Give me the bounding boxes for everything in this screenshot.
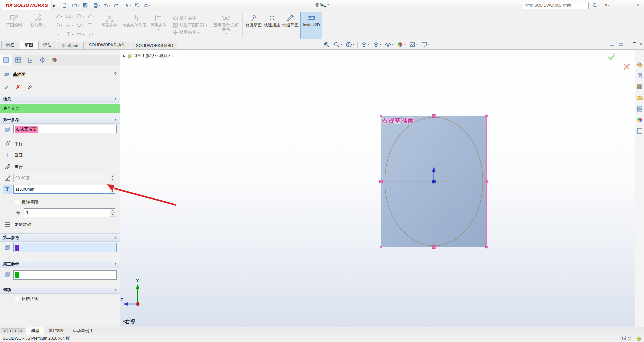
tab-motion-study[interactable]: 运动算例 1	[68, 327, 97, 335]
flip-offset-checkbox-row[interactable]: 反转等距	[15, 199, 38, 205]
sketch-spline-button[interactable]: ▾	[64, 21, 75, 30]
display-style-button[interactable]: ▾	[372, 41, 382, 49]
angle-button[interactable]	[3, 174, 12, 183]
sketch-button[interactable]: 草图绘制▾	[2, 12, 26, 39]
save-button[interactable]: ▾	[81, 2, 91, 9]
scroll-last-icon[interactable]: ▶|	[19, 328, 25, 333]
search-button[interactable]: ▾	[591, 2, 601, 9]
tab-model[interactable]: 模型	[26, 327, 44, 335]
section-header-third-reference[interactable]: 第三参考∧	[0, 260, 120, 268]
tab-evaluate[interactable]: 评估	[38, 41, 56, 49]
cancel-button[interactable]: ✗	[16, 84, 21, 91]
doc-close-button[interactable]: ×	[639, 41, 642, 46]
first-reference-selector-button[interactable]	[3, 125, 12, 134]
undo-button[interactable]: ▾	[102, 2, 112, 9]
select-tool-button[interactable]: ▾	[123, 2, 132, 9]
flip-offset-checkbox[interactable]	[15, 200, 19, 204]
tab-features[interactable]: 特征	[1, 41, 19, 49]
pane-layout-icon[interactable]	[618, 41, 624, 46]
pin-icon[interactable]	[27, 85, 32, 90]
move-entities-button[interactable]: 移动实体▾	[173, 29, 207, 35]
display-delete-relations-button[interactable]: 显示/删除几何关系▾	[211, 12, 241, 39]
view-orientation-button[interactable]: ▾	[360, 41, 370, 49]
doc-restore-button[interactable]	[633, 42, 636, 45]
third-reference-selector-button[interactable]	[3, 270, 12, 280]
smart-dimension-button[interactable]: 智能尺寸	[26, 12, 50, 39]
tab-mbd[interactable]: SOLIDWORKS MBD	[131, 42, 178, 49]
section-header-message[interactable]: 信息∧	[0, 95, 120, 103]
parallel-constraint-button[interactable]	[3, 139, 12, 148]
options-button[interactable]: ▾	[142, 2, 152, 9]
ok-button[interactable]: ✓	[4, 83, 10, 91]
file-explorer-button[interactable]	[636, 94, 643, 101]
linear-sketch-pattern-button[interactable]: 线性草图阵列▾	[173, 22, 207, 28]
sketch-rectangle-button[interactable]: ▾	[64, 12, 75, 21]
sketch-text-button[interactable]: ▾	[64, 30, 75, 39]
offset-entities-button[interactable]: 等距实体▾	[148, 12, 168, 39]
appearances-button[interactable]	[636, 116, 643, 124]
section-header-options[interactable]: 选项∧	[0, 286, 120, 294]
sketch-plane-button[interactable]	[86, 30, 96, 39]
redo-button[interactable]: ▾	[112, 2, 122, 9]
distance-spinner[interactable]: ▲▼	[110, 185, 115, 193]
help-search-input[interactable]	[525, 3, 586, 8]
display-manager-tab[interactable]	[36, 55, 48, 65]
sketch-fillet-button[interactable]: ▾	[86, 21, 96, 30]
minimize-button[interactable]: –	[613, 3, 621, 8]
feature-tree-flyout[interactable]: ▶ 零件1 (默认<<默认>_...	[123, 53, 176, 59]
maximize-button[interactable]	[623, 3, 632, 8]
configuration-manager-tab[interactable]	[12, 55, 24, 65]
close-button[interactable]: ×	[634, 3, 642, 8]
repair-sketch-button[interactable]: 修复草图	[244, 12, 263, 39]
edit-appearance-button[interactable]: ▾	[396, 41, 407, 49]
view-palette-button[interactable]	[636, 105, 643, 113]
tab-3d-views[interactable]: 3D 视图	[44, 327, 68, 335]
trim-entities-button[interactable]: 剪裁实体	[99, 12, 120, 39]
doc-minimize-button[interactable]: –	[627, 41, 629, 46]
scroll-left-icon[interactable]: ◀	[7, 328, 13, 333]
mid-plane-button[interactable]	[3, 220, 12, 229]
new-document-button[interactable]: ▾	[60, 2, 70, 9]
sketch-polygon-button[interactable]: ▾	[53, 21, 64, 30]
help-button[interactable]: ?▾	[603, 2, 611, 9]
instances-input[interactable]	[24, 209, 110, 217]
apply-scene-button[interactable]: ▾	[408, 41, 419, 49]
section-header-second-reference[interactable]: 第二参考∧	[0, 233, 120, 242]
rapid-sketch-button[interactable]: 快速草图	[281, 12, 300, 39]
section-view-button[interactable]: ▾	[344, 41, 355, 49]
tab-sketch[interactable]: 草图	[20, 41, 38, 49]
zoom-fit-button[interactable]	[322, 41, 331, 49]
property-manager-tab[interactable]	[0, 55, 12, 65]
sketch-line-button[interactable]: ▾	[53, 12, 64, 21]
mirror-entities-button[interactable]: 镜向实体	[173, 15, 207, 21]
offset-distance-input[interactable]	[14, 185, 110, 193]
flip-normal-checkbox[interactable]	[15, 297, 19, 301]
custom-properties-button[interactable]	[636, 127, 643, 135]
sketch-ellipse-button[interactable]: ▾	[75, 21, 86, 30]
coincident-constraint-button[interactable]	[3, 162, 12, 172]
angle-spinner[interactable]: ▲▼	[110, 174, 115, 182]
tab-addins[interactable]: SOLIDWORKS 插件	[84, 41, 130, 49]
sketch-point-button[interactable]	[53, 30, 64, 39]
confirm-ok-button[interactable]	[607, 52, 616, 61]
split-pane-icon[interactable]	[609, 41, 615, 46]
open-button[interactable]: ▾	[71, 2, 80, 9]
ellipse-center-point[interactable]	[432, 180, 436, 183]
second-reference-selector-button[interactable]	[3, 243, 12, 252]
scroll-first-icon[interactable]: |◀	[1, 328, 7, 333]
graphics-viewport[interactable]: Y Z ▶ 零件1 (默认<<默认>_... 右视基准面 *右视	[120, 50, 635, 327]
hide-show-items-button[interactable]: ▾	[384, 41, 394, 49]
zoom-area-button[interactable]: ▾	[332, 41, 343, 49]
sketch-slot-button[interactable]: ▾	[75, 30, 86, 39]
sketch-arc-button[interactable]: ▾	[86, 12, 96, 21]
menu-flyout-arrow-icon[interactable]: ▶	[53, 4, 56, 7]
first-reference-selection-field[interactable]: 右视基准面	[13, 125, 117, 133]
second-reference-selection-field[interactable]	[13, 243, 117, 252]
appearance-manager-tab[interactable]	[48, 55, 60, 65]
instant2d-button[interactable]: Instant2D	[300, 12, 322, 39]
selected-reference-item[interactable]: 右视基准面	[15, 126, 38, 133]
section-header-first-reference[interactable]: 第一参考∧	[0, 116, 120, 124]
rebuild-button[interactable]	[133, 2, 141, 9]
perpendicular-constraint-button[interactable]: ⊥	[3, 150, 12, 160]
flip-normal-checkbox-row[interactable]: 反转法线	[15, 296, 38, 302]
